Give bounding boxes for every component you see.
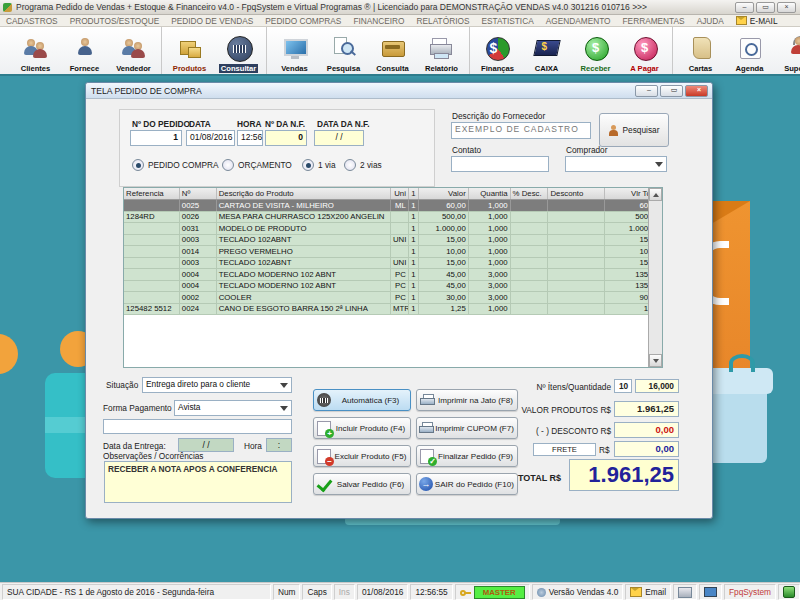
- menu-item-ferramentas[interactable]: FERRAMENTAS: [617, 16, 691, 26]
- grid-row[interactable]: 0004TECLADO MODERNO 102 ABNTPC145,003,00…: [124, 281, 662, 293]
- automatic-button[interactable]: Automática (F3): [313, 389, 411, 411]
- grid-cell: 1: [409, 200, 419, 211]
- order-date-field[interactable]: 01/08/2016: [186, 130, 235, 146]
- grid-cell: 1: [409, 281, 419, 292]
- dialog-titlebar: TELA PEDIDO DE COMPRA – ▭ ×: [86, 83, 712, 99]
- menu-item-pedido-compras[interactable]: PEDIDO COMPRAS: [259, 16, 347, 26]
- delivery-time-field[interactable]: :: [266, 438, 292, 452]
- toolbar-button-agenda[interactable]: Agenda: [725, 27, 774, 74]
- toolbar-button-vendedor[interactable]: Vendedor: [109, 27, 158, 74]
- buyer-combobox[interactable]: [565, 156, 667, 172]
- add-product-button[interactable]: + Incluir Produto (F4): [313, 417, 411, 439]
- printer-icon: [420, 394, 435, 406]
- app-icon: [3, 3, 12, 12]
- menu-item-ajuda[interactable]: AJUDA: [691, 16, 730, 26]
- grid-row[interactable]: 0002COOLERPC130,003,00090,00: [124, 292, 662, 304]
- dialog-close-button[interactable]: ×: [685, 85, 708, 97]
- close-button[interactable]: ×: [777, 2, 796, 13]
- scroll-up-arrow[interactable]: [649, 188, 662, 201]
- grid-cell: TECLADO MODERNO 102 ABNT: [217, 269, 391, 280]
- menu-item-financeiro[interactable]: FINANCEIRO: [347, 16, 410, 26]
- print-coupon-button[interactable]: Imprimir CUPOM (F7): [416, 417, 518, 439]
- grid-vertical-scrollbar[interactable]: [648, 188, 662, 367]
- toolbar-button-cartas[interactable]: Cartas: [676, 27, 725, 74]
- contact-field[interactable]: [451, 156, 549, 172]
- situation-label: Situação: [106, 380, 138, 390]
- search-supplier-button[interactable]: Pesquisar: [599, 113, 669, 147]
- finalize-order-button[interactable]: ✓ Finalizar Pedido (F9): [416, 445, 518, 467]
- menu-item-e-mail[interactable]: E-MAIL: [730, 16, 784, 26]
- situation-combobox[interactable]: Entrega direto para o cliente: [142, 377, 292, 393]
- toolbar-button-receber[interactable]: $Receber: [571, 27, 620, 74]
- grid-row[interactable]: 0004TECLADO MODERNO 102 ABNTPC145,003,00…: [124, 269, 662, 281]
- toolbar-group: VendasPesquisaConsultaRelatório: [267, 27, 470, 74]
- radio-pedido-compra[interactable]: PEDIDO COMPRA: [132, 159, 219, 171]
- grid-row[interactable]: 0003TECLADO 102ABNTUNI115,001,00015,00: [124, 258, 662, 270]
- order-number-field[interactable]: 1: [130, 130, 182, 146]
- save-order-button[interactable]: Salvar Pedido (F6): [313, 473, 411, 495]
- remove-product-button[interactable]: − Excluir Produto (F5): [313, 445, 411, 467]
- toolbar-button-consultar[interactable]: Consultar: [214, 27, 263, 74]
- status-master-user: MASTER: [455, 584, 530, 600]
- payment-detail-field[interactable]: [103, 419, 292, 434]
- observations-textarea[interactable]: RECEBER A NOTA APOS A CONFERENCIA: [104, 461, 292, 503]
- order-time-field[interactable]: 12:56: [237, 130, 263, 146]
- grid-cell: 1,000: [469, 258, 511, 269]
- supplier-desc-field[interactable]: EXEMPLO DE CADASTRO: [451, 122, 591, 139]
- delivery-date-field[interactable]: / /: [178, 438, 234, 452]
- menu-item-cadastros[interactable]: CADASTROS: [0, 16, 64, 26]
- toolbar-button-finan-as[interactable]: $Finanças: [473, 27, 522, 74]
- grid-row[interactable]: 0014PREGO VERMELHO110,001,00010,00: [124, 246, 662, 258]
- dialog-minimize-button[interactable]: –: [635, 85, 658, 97]
- grid-row[interactable]: 1284RD0026MESA PARA CHURRASCO 125X200 AN…: [124, 212, 662, 224]
- monitor-icon: [281, 33, 309, 63]
- status-monitor-button[interactable]: [699, 584, 722, 600]
- minimize-button[interactable]: –: [735, 2, 754, 13]
- toolbar-button-consulta[interactable]: Consulta: [368, 27, 417, 74]
- grid-cell: [548, 235, 605, 246]
- dialog-maximize-button[interactable]: ▭: [660, 85, 683, 97]
- ledger-icon: $: [533, 33, 561, 63]
- grid-row[interactable]: 0031MODELO DE PRODUTO11.000,001,0001.000…: [124, 223, 662, 235]
- status-email-button[interactable]: Email: [625, 584, 671, 600]
- grid-cell: [124, 269, 180, 280]
- toolbar-button-relat-rio[interactable]: Relatório: [417, 27, 466, 74]
- invoice-date-field[interactable]: / /: [314, 130, 364, 146]
- freight-button[interactable]: FRETE: [533, 443, 596, 456]
- print-inkjet-button[interactable]: Imprimir na Jato (F8): [416, 389, 518, 411]
- toolbar-button-caixa[interactable]: $CAIXA: [522, 27, 571, 74]
- grid-row[interactable]: 0025CARTAO DE VISITA - MILHEIROML160,001…: [124, 200, 662, 212]
- radio-1-via[interactable]: 1 via: [302, 159, 336, 171]
- grid-cell: 0004: [180, 281, 217, 292]
- menu-item-agendamento[interactable]: AGENDAMENTO: [540, 16, 617, 26]
- toolbar-button-suporte[interactable]: Suporte: [774, 27, 800, 74]
- app-screen: Programa Pedido de Vendas + Estoque & Fi…: [0, 0, 800, 600]
- payment-combobox[interactable]: Avista: [174, 400, 292, 416]
- grid-cell: [124, 292, 180, 303]
- toolbar-button-a-pagar[interactable]: $A Pagar: [620, 27, 669, 74]
- status-printer-button[interactable]: [673, 584, 697, 600]
- radio-2-vias[interactable]: 2 vias: [344, 159, 382, 171]
- toolbar-button-fornece[interactable]: Fornece: [60, 27, 109, 74]
- toolbar-button-vendas[interactable]: Vendas: [270, 27, 319, 74]
- menu-item-pedido-de-vendas[interactable]: PEDIDO DE VENDAS: [165, 16, 259, 26]
- grid-cell: [511, 281, 549, 292]
- toolbar-button-clientes[interactable]: Clientes: [11, 27, 60, 74]
- grid-cell: 1: [409, 235, 419, 246]
- radio-orcamento[interactable]: ORÇAMENTO: [222, 159, 292, 171]
- grid-row[interactable]: 125482 55120024CANO DE ESGOTO BARRA 150 …: [124, 304, 662, 316]
- exit-order-button[interactable]: → SAIR do Pedido (F10): [416, 473, 518, 495]
- menu-item-relat-rios[interactable]: RELATÓRIOS: [411, 16, 476, 26]
- invoice-number-field[interactable]: 0: [265, 130, 307, 146]
- maximize-button[interactable]: ▭: [756, 2, 775, 13]
- toolbar-button-pesquisa[interactable]: Pesquisa: [319, 27, 368, 74]
- menu-item-estatistica[interactable]: ESTATISTICA: [475, 16, 539, 26]
- toolbar-group: ClientesForneceVendedor: [8, 27, 162, 74]
- scroll-icon: [687, 33, 715, 63]
- toolbar-button-produtos[interactable]: Produtos: [165, 27, 214, 74]
- scroll-down-arrow[interactable]: [649, 354, 662, 367]
- people-icon: [22, 33, 50, 63]
- menu-item-produtos-estoque[interactable]: PRODUTOS/ESTOQUE: [64, 16, 166, 26]
- grid-row[interactable]: 0003TECLADO 102ABNTUNI115,001,00015,00: [124, 235, 662, 247]
- grid-cell: 1,000: [469, 246, 511, 257]
